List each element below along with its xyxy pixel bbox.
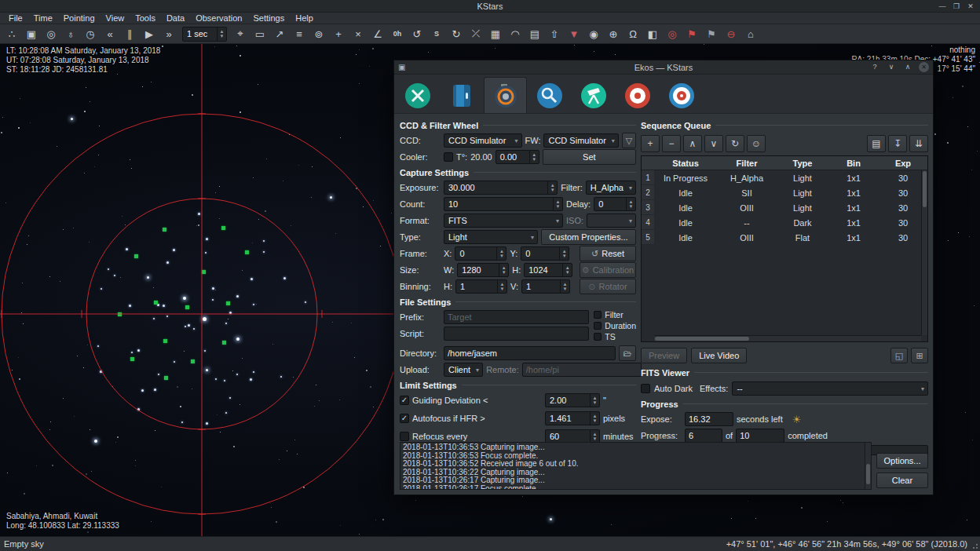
observatory-dome-button[interactable]: ⌂ [741, 25, 760, 42]
table-row[interactable]: 1 In Progress H_Alpha Light 1x1 30 [642, 170, 927, 185]
filter-funnel-button[interactable]: ▼ [565, 25, 583, 42]
options-button[interactable]: Options... [876, 453, 928, 469]
geolocation-globe-button[interactable]: ♁ [61, 25, 80, 42]
autofocus-hfr-checkbox[interactable] [400, 414, 409, 423]
deep-sky-galaxy-button[interactable]: ⊚ [309, 25, 328, 42]
effects-combo[interactable]: -- [732, 381, 928, 396]
horizon-dome-button[interactable]: ◠ [506, 25, 525, 42]
queue-move-up-button[interactable]: ∧ [683, 135, 702, 152]
menu-time[interactable]: Time [28, 13, 58, 24]
queue-save-button[interactable]: ↧ [888, 135, 907, 152]
menu-pointing[interactable]: Pointing [58, 13, 101, 24]
equatorial-grid-button[interactable]: ▦ [486, 25, 505, 42]
log-splitter-handle[interactable]: •••••• [394, 435, 933, 440]
eyepiece-view-button[interactable]: ◉ [584, 25, 603, 42]
auto-dark-checkbox[interactable] [641, 384, 650, 393]
separate-window-toggle-button[interactable]: ⊞ [911, 348, 928, 363]
info-boxes-button[interactable]: ▤ [525, 25, 544, 42]
time-stop-button[interactable]: ∥ [120, 25, 139, 42]
color-scheme-button[interactable]: ◧ [643, 25, 662, 42]
ekos-unshade-button[interactable]: ∧ [902, 62, 913, 71]
type-combo[interactable]: Light [444, 230, 538, 244]
queue-remove-button[interactable]: − [662, 135, 681, 152]
angle-measure-button[interactable]: ∠ [368, 25, 387, 42]
fov-editor-button[interactable]: ▣ [22, 25, 41, 42]
tab-capture[interactable] [484, 77, 527, 113]
ekos-titlebar[interactable]: ▣ Ekos — KStars ? ∨ ∧ ✕ [394, 60, 933, 75]
queue-add-button[interactable]: + [641, 135, 660, 152]
table-vertical-scrollbar[interactable] [921, 170, 927, 335]
hour-angle-button[interactable]: 0h [388, 25, 407, 42]
custom-properties-button[interactable]: Custom Properties... [541, 229, 636, 245]
tab-setup[interactable] [396, 77, 439, 113]
upload-mode-combo[interactable]: Client [444, 363, 483, 377]
autofocus-hfr-spin[interactable]: 1.461▲▼ [545, 411, 600, 425]
set-temperature-button[interactable]: Set [543, 149, 636, 165]
menu-data[interactable]: Data [161, 13, 190, 24]
flag-gray-button[interactable]: ⚑ [702, 25, 721, 42]
lock-position-button[interactable]: Ω [623, 25, 642, 42]
whats-interesting-button[interactable]: ⊕ [604, 25, 623, 42]
constellation-bounds-button[interactable]: ⤫ [466, 25, 485, 42]
prefix-input[interactable] [444, 310, 589, 324]
menu-help[interactable]: Help [290, 13, 319, 24]
menu-observation[interactable]: Observation [190, 13, 247, 24]
queue-save-as-button[interactable]: ⇊ [909, 135, 928, 152]
set-time-clock-button[interactable]: ◷ [81, 25, 100, 42]
binning-v-spin[interactable]: 1▲▼ [521, 279, 570, 294]
flag-red-button[interactable]: ⚑ [682, 25, 701, 42]
ekos-shade-button[interactable]: ∨ [886, 62, 897, 71]
size-w-spin[interactable]: 1280▲▼ [457, 263, 509, 277]
table-row[interactable]: 3 Idle OIII Light 1x1 30 [642, 200, 927, 215]
sky-image-button[interactable]: ▭ [250, 25, 269, 42]
cooler-checkbox[interactable] [444, 152, 453, 162]
menu-tools[interactable]: Tools [130, 13, 161, 24]
tab-guide[interactable] [616, 77, 659, 113]
fw-combo[interactable]: CCD Simulator [543, 133, 618, 148]
ekos-close-button[interactable]: ✕ [919, 62, 929, 72]
menu-view[interactable]: View [101, 13, 130, 24]
target-temperature-spin[interactable]: 0.00▲▼ [495, 150, 539, 164]
size-h-spin[interactable]: 1024▲▼ [524, 263, 572, 277]
format-combo[interactable]: FITS [444, 213, 563, 228]
tab-scheduler[interactable] [440, 77, 483, 113]
filename-duration-checkbox[interactable] [594, 322, 602, 330]
window-titlebar[interactable]: KStars — ❐ ✕ [0, 0, 980, 13]
meridian-button[interactable]: S [427, 25, 446, 42]
guiding-deviation-spin[interactable]: 2.00▲▼ [545, 393, 600, 407]
directory-input[interactable] [444, 346, 616, 360]
frame-y-spin[interactable]: 0▲▼ [521, 246, 569, 261]
maximize-button[interactable]: ❐ [951, 2, 962, 11]
live-video-button[interactable]: Live Video [691, 348, 747, 363]
constellation-lines-button[interactable]: × [349, 25, 368, 42]
tab-align[interactable] [660, 77, 703, 113]
count-spin[interactable]: 10▲▼ [444, 197, 563, 211]
menu-settings[interactable]: Settings [247, 13, 290, 24]
location-info-box[interactable]: Sabahiya, Ahmadi, Kuwait Long: 48.100833… [6, 512, 119, 531]
time-info-box[interactable]: LT: 10:28:08 AM Saturday, January 13, 20… [6, 46, 160, 75]
table-row[interactable]: 5 Idle OIII Flat 1x1 30 [642, 230, 927, 245]
table-row[interactable]: 4 Idle -- Dark 1x1 30 [642, 215, 927, 230]
ccd-combo[interactable]: CCD Simulator [444, 133, 522, 148]
minimize-button[interactable]: — [937, 2, 948, 11]
time-step-spinbox[interactable]: 1 sec ▲▼ [182, 27, 227, 42]
close-button[interactable]: ✕ [965, 2, 976, 11]
upload-image-button[interactable]: ⇧ [545, 25, 564, 42]
tab-mount[interactable] [572, 77, 615, 113]
time-step-arrows[interactable]: ▲▼ [217, 27, 226, 41]
pointing-target-button[interactable]: ⌖ [231, 25, 250, 42]
log-vertical-scrollbar[interactable] [865, 443, 871, 489]
guiding-deviation-checkbox[interactable] [400, 396, 409, 405]
rotate-left-button[interactable]: ↺ [408, 25, 426, 42]
observation-planner-button[interactable]: ≡ [290, 25, 309, 42]
browse-directory-button[interactable]: 🗁︎ [619, 345, 636, 361]
reset-frame-button[interactable]: ↺Reset [580, 246, 636, 261]
queue-open-button[interactable]: ▤ [867, 135, 886, 152]
exposure-spin[interactable]: 30.000▲▼ [444, 181, 558, 195]
ekos-help-button[interactable]: ? [869, 62, 880, 71]
filename-ts-checkbox[interactable] [594, 333, 602, 341]
clear-log-button[interactable]: Clear [876, 473, 928, 488]
table-horizontal-scrollbar[interactable] [654, 335, 921, 341]
log-output[interactable]: 2018-01-13T10:36:53 Capturing image... 2… [400, 442, 872, 490]
tab-focus[interactable] [528, 77, 571, 113]
